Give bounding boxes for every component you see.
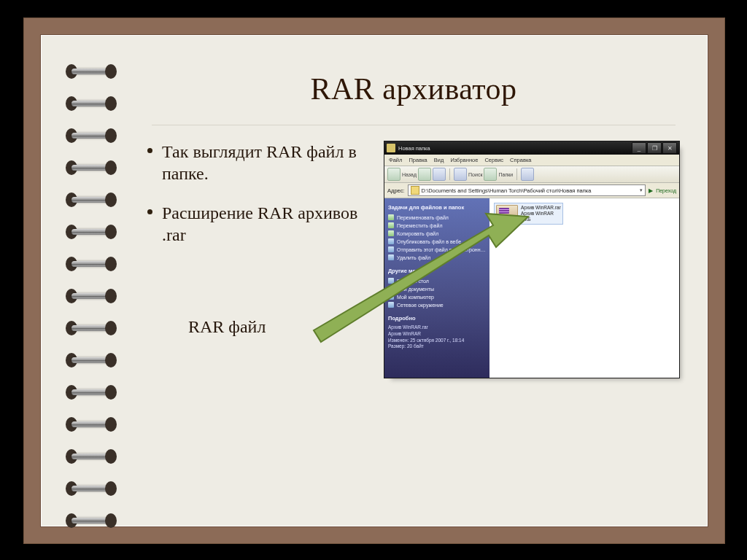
slide-frame: RAR архиватор Так выглядит RAR файл в па… xyxy=(23,18,725,544)
minimize-button[interactable]: _ xyxy=(632,142,646,154)
window-titlebar[interactable]: Новая папка _ ❐ ✕ xyxy=(384,141,679,155)
address-label: Адрес: xyxy=(387,187,405,194)
close-button[interactable]: ✕ xyxy=(662,142,677,154)
slide-content: RAR архиватор Так выглядит RAR файл в па… xyxy=(124,35,708,526)
up-icon[interactable] xyxy=(433,168,446,181)
address-path: D:\Documents and Settings\Human Torch\Ра… xyxy=(422,187,592,194)
title-divider xyxy=(152,124,676,125)
folder-icon xyxy=(411,186,419,195)
menu-edit[interactable]: Правка xyxy=(409,157,427,163)
spiral-binding xyxy=(67,64,115,528)
pointer-arrow xyxy=(292,206,533,367)
search-icon[interactable] xyxy=(454,168,467,181)
menu-file[interactable]: Файл xyxy=(389,157,402,163)
address-input[interactable]: D:\Documents and Settings\Human Torch\Ра… xyxy=(408,184,646,196)
menu-fav[interactable]: Избранное xyxy=(450,157,478,163)
search-label[interactable]: Поиск xyxy=(468,172,482,177)
go-icon[interactable]: ▶ xyxy=(649,187,653,194)
folders-label[interactable]: Папки xyxy=(498,172,513,177)
maximize-button[interactable]: ❐ xyxy=(647,142,662,154)
menu-view[interactable]: Вид xyxy=(434,157,444,163)
chevron-down-icon[interactable]: ▾ xyxy=(640,187,643,193)
back-icon[interactable] xyxy=(387,168,400,181)
folders-icon[interactable] xyxy=(484,168,497,181)
views-icon[interactable] xyxy=(521,168,534,181)
folder-icon xyxy=(387,144,395,152)
menu-help[interactable]: Справка xyxy=(510,157,531,163)
toolbar: Назад Поиск Папки xyxy=(384,166,679,183)
window-title: Новая папка xyxy=(398,145,430,152)
menu-bar: Файл Правка Вид Избранное Сервис Справка xyxy=(384,155,679,166)
bullet-item: Так выглядит RAR файл в папке. xyxy=(147,141,366,184)
menu-service[interactable]: Сервис xyxy=(484,157,503,163)
go-label[interactable]: Переход xyxy=(656,188,676,193)
slide-surface: RAR архиватор Так выглядит RAR файл в па… xyxy=(40,34,708,527)
slide-title: RAR архиватор xyxy=(147,71,680,106)
address-bar: Адрес: D:\Documents and Settings\Human T… xyxy=(384,183,679,198)
forward-icon[interactable] xyxy=(418,168,431,181)
screenshot-container: Новая папка _ ❐ ✕ Файл Правка Вид Избран… xyxy=(384,141,680,378)
back-label[interactable]: Назад xyxy=(402,172,417,177)
